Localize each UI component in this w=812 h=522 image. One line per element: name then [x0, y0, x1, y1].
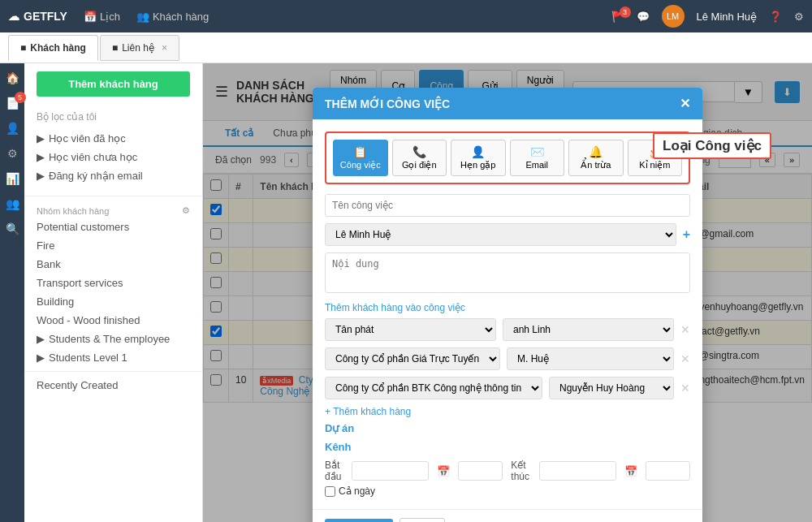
modal-add-task: THÊM MỚI CÔNG VIỆC ✕ 📋 Công việc 📞 Gọi đ… — [313, 88, 702, 522]
users-icon: 👥 — [136, 11, 149, 23]
customer-person-2[interactable]: M. Huệ — [507, 347, 674, 370]
start-time-input[interactable]: 00:00 — [458, 461, 503, 481]
filter-hocvien-chuahoc[interactable]: ▶ Học viên chưa học — [37, 148, 190, 166]
gear-icon[interactable]: ⚙ — [794, 11, 804, 23]
task-type-email[interactable]: ✉️ Email — [510, 140, 565, 176]
add-customer-link[interactable]: Thêm khách hàng vào công việc — [325, 302, 690, 313]
sidebar-icon-people[interactable]: 👥 — [6, 197, 19, 210]
goidien-icon: 📞 — [412, 145, 426, 158]
group-transport[interactable]: Transport services — [24, 274, 202, 292]
chat-icon[interactable]: 💬 — [637, 11, 650, 23]
modal-close-button[interactable]: ✕ — [680, 96, 690, 111]
remove-customer-1-button[interactable]: ✕ — [680, 323, 690, 336]
gear-group-icon[interactable]: ⚙ — [182, 205, 190, 216]
calendar-icon: 📅 — [84, 11, 97, 23]
arrow-icon-4: ▶ — [37, 333, 45, 345]
customer-company-2[interactable]: Công ty Cổ phần Giá Trực Tuyến — [325, 347, 500, 370]
top-nav: ☁ GETFLY 📅 Lịch 👥 Khách hàng 🚩3 💬 LM Lê … — [0, 0, 812, 32]
calendar-start-icon[interactable]: 📅 — [437, 465, 450, 477]
question-icon[interactable]: ❓ — [769, 11, 782, 23]
kenh-label: Kênh — [325, 441, 352, 453]
remove-customer-3-button[interactable]: ✕ — [680, 382, 690, 395]
nav-lich[interactable]: 📅 Lịch — [84, 11, 120, 23]
kenh-row: Kênh — [325, 441, 690, 453]
ca-ngay-checkbox[interactable] — [325, 486, 335, 497]
customer-row-2: Công ty Cổ phần Giá Trực Tuyến M. Huệ ✕ — [325, 347, 690, 370]
filter-hocvien-dahoc[interactable]: ▶ Học viên đã học — [37, 129, 190, 148]
add-assignee-button[interactable]: + — [683, 227, 690, 242]
brand-logo[interactable]: ☁ GETFLY — [8, 10, 67, 23]
group-potential[interactable]: Potential customers — [24, 218, 202, 236]
sidebar-icon-search[interactable]: 🔍 — [6, 222, 19, 235]
modal-header: THÊM MỚI CÔNG VIỆC ✕ — [313, 88, 702, 119]
sidebar-icon-home[interactable]: 🏠 — [6, 71, 19, 84]
du-an-row: Dự án — [325, 422, 690, 434]
close-lienhe-icon[interactable]: × — [162, 42, 167, 54]
update-button[interactable]: Cập nhật — [325, 519, 393, 522]
ca-ngay-label: Cả ngày — [325, 485, 690, 497]
divider-1 — [24, 196, 202, 196]
flag-icon[interactable]: 🚩3 — [611, 11, 624, 23]
customer-row-3: Công ty Cổ phần BTK Công nghệ thông tin … — [325, 377, 690, 399]
ca-ngay-row: Cả ngày — [325, 485, 690, 497]
assignee-select[interactable]: Lê Minh Huệ — [325, 223, 676, 246]
customer-company-3[interactable]: Công ty Cổ phần BTK Công nghệ thông tin — [325, 377, 542, 399]
start-label: Bắt đầu — [325, 459, 343, 482]
sidebar-icons: 🏠 📄 👤 ⚙ 📊 👥 🔍 — [0, 63, 24, 522]
group-bank[interactable]: Bank — [24, 255, 202, 274]
sidebar-icon-users[interactable]: 👤 — [6, 122, 19, 135]
end-date-input[interactable]: 23/03/2015 — [539, 461, 616, 481]
filter-section: Bộ lọc của tôi ▶ Học viên đã học ▶ Học v… — [24, 105, 202, 192]
group-building[interactable]: Building — [24, 292, 202, 311]
end-label: Kết thúc — [511, 459, 531, 482]
modal-overlay: THÊM MỚI CÔNG VIỆC ✕ 📋 Công việc 📞 Gọi đ… — [203, 63, 812, 522]
group-section-label: Nhóm khách hàng ⚙ — [24, 201, 202, 218]
modal-footer: Cập nhật Hủy » Thêm công việc chi tiết — [313, 509, 702, 522]
sidebar-icon-badge[interactable]: 📄 — [6, 97, 19, 110]
add-customer-button[interactable]: Thêm khách hàng — [37, 71, 190, 97]
modal-body: 📋 Công việc 📞 Gọi điện 👤 Hẹn gặp ✉️ — [313, 119, 702, 509]
tab-lienhe[interactable]: ■ Liên hệ × — [100, 35, 179, 61]
top-right: 🚩3 💬 LM Lê Minh Huệ ❓ ⚙ — [611, 5, 804, 28]
logo-icon: ☁ — [8, 10, 19, 23]
filter-title: Bộ lọc của tôi — [37, 111, 190, 123]
task-type-congviec[interactable]: 📋 Công việc — [333, 140, 388, 176]
sidebar-icon-settings[interactable]: ⚙ — [7, 147, 18, 160]
add-more-customer-link[interactable]: + Thêm khách hàng — [325, 406, 690, 417]
group-students-level1[interactable]: ▶ Students Level 1 — [24, 348, 202, 367]
left-panel: Thêm khách hàng Bộ lọc của tôi ▶ Học viê… — [24, 63, 203, 522]
cancel-button[interactable]: Hủy — [400, 518, 445, 522]
brand-name: GETFLY — [24, 10, 67, 23]
group-wood[interactable]: Wood - Wood finished — [24, 311, 202, 330]
arrow-icon-3: ▶ — [37, 170, 45, 182]
customer-person-3[interactable]: Nguyễn Huy Hoàng — [549, 377, 674, 399]
end-time-input[interactable]: 23:59 — [646, 461, 690, 481]
start-date-input[interactable]: 23/03/2015 — [352, 461, 429, 481]
modal-title: THÊM MỚI CÔNG VIỆC — [325, 97, 450, 110]
du-an-label: Dự án — [325, 422, 354, 434]
content-area: ☰ DANH SÁCH KHÁCH HÀNG Nhóm khách hàng C… — [203, 63, 812, 522]
assignee-row: Lê Minh Huệ + — [325, 223, 690, 246]
divider-2 — [24, 371, 202, 372]
task-type-hengap[interactable]: 👤 Hẹn gặp — [451, 140, 506, 176]
filter-dangky-email[interactable]: ▶ Đăng ký nhận email — [37, 166, 190, 185]
nav-khachhang[interactable]: 👥 Khách hàng — [136, 11, 209, 23]
tab-khachhang[interactable]: ■ Khách hàng — [8, 35, 98, 61]
customer-company-1[interactable]: Tân phát — [325, 318, 496, 341]
customer-person-1[interactable]: anh Linh — [503, 318, 674, 341]
email-icon: ✉️ — [530, 145, 544, 158]
calendar-end-icon[interactable]: 📅 — [624, 465, 637, 477]
left-panel-header: Thêm khách hàng — [24, 63, 202, 105]
task-name-input[interactable] — [325, 194, 690, 217]
content-textarea[interactable] — [325, 252, 690, 293]
recently-created[interactable]: Recently Created — [24, 376, 202, 395]
task-type-goidien[interactable]: 📞 Gọi điện — [392, 140, 447, 176]
task-type-antrua[interactable]: 🔔 Ẩn trừa — [568, 140, 624, 176]
group-students-employee[interactable]: ▶ Students & The employee — [24, 330, 202, 348]
group-fire[interactable]: Fire — [24, 236, 202, 255]
sidebar-icon-chart[interactable]: 📊 — [6, 172, 19, 185]
hengap-icon: 👤 — [471, 145, 485, 158]
loai-cong-viec-label: Loại Công việc — [653, 132, 771, 159]
main-layout: 🏠 📄 👤 ⚙ 📊 👥 🔍 Thêm khách hàng Bộ lọc của… — [0, 63, 812, 522]
remove-customer-2-button[interactable]: ✕ — [680, 352, 690, 365]
